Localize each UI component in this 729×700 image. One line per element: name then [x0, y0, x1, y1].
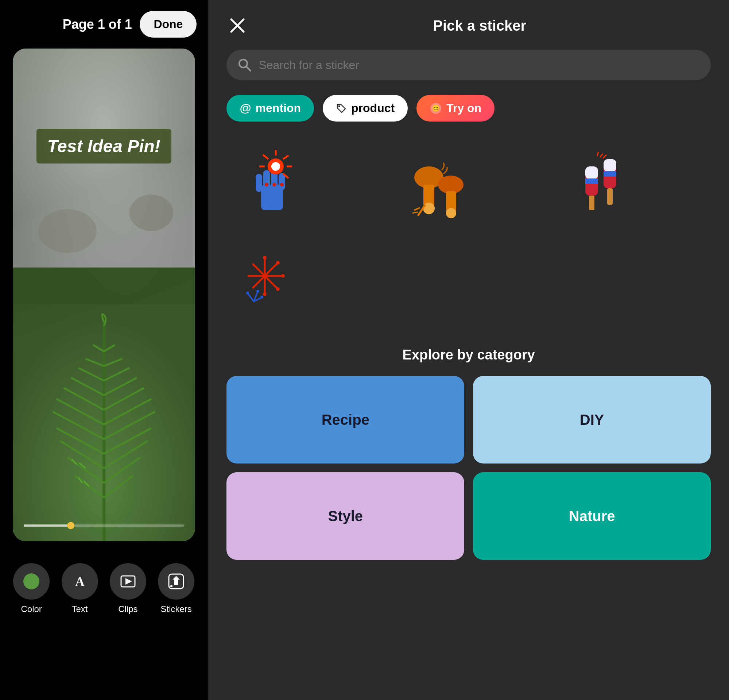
svg-rect-45 [263, 170, 270, 190]
product-tag-icon [336, 103, 347, 114]
sticker-popsicles[interactable] [554, 139, 645, 230]
canvas-area: Test Idea Pin! [13, 48, 195, 541]
product-label: product [351, 102, 395, 115]
search-icon [237, 58, 252, 72]
svg-line-77 [597, 152, 598, 156]
text-tool[interactable]: A Text [62, 563, 98, 614]
done-button[interactable]: Done [140, 11, 196, 38]
svg-line-86 [253, 264, 265, 276]
svg-line-80 [265, 264, 276, 276]
panel-title: Pick a sticker [248, 17, 711, 34]
sticker-3-svg [563, 148, 636, 221]
color-tool[interactable]: Color [13, 563, 49, 614]
svg-line-76 [600, 154, 603, 157]
sticker-sparkle-hand[interactable] [227, 139, 318, 230]
svg-rect-69 [585, 166, 598, 179]
close-button[interactable] [227, 15, 248, 36]
category-grid: Recipe DIY Style Nature [227, 376, 711, 560]
timeline-thumb[interactable] [67, 522, 74, 529]
svg-point-29 [38, 209, 97, 253]
svg-point-40 [338, 105, 340, 107]
page-title: Page 1 of 1 [55, 17, 140, 32]
clips-tool[interactable]: Clips [110, 563, 146, 614]
nature-label: Nature [569, 508, 615, 524]
svg-point-35 [170, 585, 173, 587]
sticker-2-svg [400, 148, 473, 221]
stickers-tool[interactable]: Stickers [158, 563, 195, 614]
svg-point-97 [260, 295, 263, 298]
panel-header: Pick a sticker [227, 15, 711, 36]
timeline-bar[interactable] [24, 524, 184, 527]
svg-point-61 [423, 202, 435, 214]
svg-marker-33 [125, 578, 132, 585]
color-circle [23, 573, 39, 589]
svg-line-66 [414, 208, 420, 210]
recipe-label: Recipe [322, 412, 369, 428]
sticker-tags: @ mention product 😊 Try on [227, 95, 711, 122]
svg-rect-0 [13, 48, 195, 304]
tag-tryon[interactable]: 😊 Try on [417, 95, 495, 122]
svg-text:😊: 😊 [432, 104, 440, 112]
svg-point-62 [438, 176, 463, 194]
stickers-label: Stickers [161, 604, 192, 614]
category-nature[interactable]: Nature [473, 472, 711, 560]
left-panel: Page 1 of 1 Done [0, 0, 208, 700]
svg-point-52 [271, 162, 280, 171]
sticker-fireworks[interactable] [227, 237, 318, 329]
timeline-progress [24, 524, 68, 527]
background-svg [13, 48, 195, 541]
svg-point-49 [272, 183, 276, 186]
color-icon-bg [13, 563, 49, 600]
category-diy[interactable]: DIY [473, 376, 711, 464]
color-label: Color [21, 604, 42, 614]
sticker-1-svg [235, 148, 308, 221]
sticker-chicken-legs[interactable] [391, 139, 482, 230]
svg-point-96 [256, 290, 259, 293]
svg-point-64 [446, 208, 456, 218]
tryon-icon: 😊 [430, 102, 442, 115]
text-label: Text [72, 604, 88, 614]
explore-title: Explore by category [227, 347, 711, 363]
toolbar: Color A Text Clips [0, 549, 208, 625]
category-style[interactable]: Style [227, 472, 464, 560]
clips-label: Clips [118, 604, 138, 614]
svg-line-92 [248, 294, 254, 301]
svg-rect-74 [604, 171, 616, 177]
svg-line-54 [283, 156, 289, 159]
overlay-text: Test Idea Pin! [47, 137, 160, 156]
sticker-4-svg [235, 247, 308, 320]
svg-point-50 [280, 183, 284, 186]
tryon-label: Try on [446, 102, 481, 115]
svg-rect-71 [589, 196, 594, 210]
diy-label: DIY [580, 412, 604, 428]
search-input[interactable] [258, 58, 700, 72]
text-icon-bg: A [62, 563, 98, 600]
mention-label: mention [256, 102, 301, 115]
stickers-icon-bg [158, 563, 195, 600]
stickers-icon [167, 572, 185, 591]
search-bar[interactable] [227, 49, 711, 80]
sticker-grid [227, 139, 711, 329]
svg-rect-70 [585, 179, 598, 184]
category-recipe[interactable]: Recipe [227, 376, 464, 464]
svg-point-89 [281, 274, 285, 278]
text-overlay[interactable]: Test Idea Pin! [36, 129, 171, 163]
tag-mention[interactable]: @ mention [227, 95, 314, 122]
svg-line-84 [253, 276, 265, 288]
right-panel: Pick a sticker @ mention product 😊 Try o… [208, 0, 729, 700]
svg-point-48 [265, 183, 269, 186]
svg-text:A: A [75, 575, 84, 589]
svg-point-87 [263, 256, 267, 259]
text-icon: A [71, 572, 89, 591]
page-header: Page 1 of 1 Done [0, 11, 208, 38]
style-label: Style [328, 508, 363, 524]
tag-product[interactable]: product [323, 95, 408, 122]
svg-point-30 [129, 195, 173, 231]
svg-line-82 [265, 276, 276, 288]
svg-point-88 [276, 261, 280, 265]
category-section: Explore by category Recipe DIY Style Nat… [227, 347, 711, 685]
svg-line-57 [263, 155, 269, 159]
canvas-background: Test Idea Pin! [13, 48, 195, 541]
clips-icon [119, 572, 137, 591]
svg-point-95 [246, 292, 249, 294]
